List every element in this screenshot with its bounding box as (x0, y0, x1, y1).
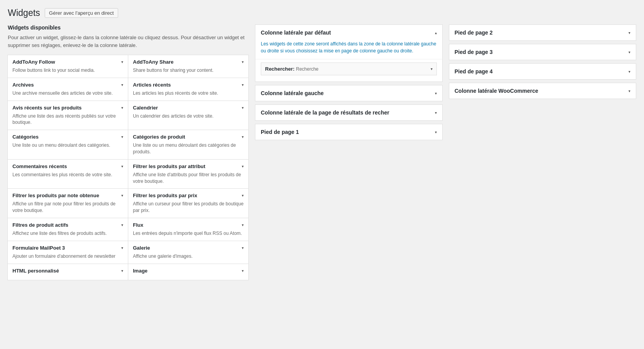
widget-item[interactable]: Image ▾ (128, 264, 249, 280)
widget-title: AddToAny Follow (12, 59, 55, 65)
zone-title: Pied de page 2 (455, 30, 493, 36)
zone-widget-label: Rechercher: (265, 66, 295, 72)
chevron-down-icon: ▾ (242, 193, 244, 198)
widget-desc: Les commentaires les plus récents de vot… (12, 172, 123, 178)
widget-desc: Affiche une liste d'attributs pour filtr… (133, 172, 244, 185)
widget-title: Formulaire MailPoet 3 (12, 245, 65, 251)
zone-panel-left-sidebar: Colonne latérale gauche ▾ (255, 85, 443, 101)
widget-title: Filtrer les produits par attribut (133, 163, 205, 169)
chevron-down-icon: ▾ (121, 164, 123, 168)
available-widgets-heading: Widgets disponibles (8, 24, 249, 31)
widget-desc: Share buttons for sharing your content. (133, 67, 244, 74)
chevron-down-icon: ▾ (121, 246, 123, 250)
zone-panel-footer-1: Pied de page 1 ▾ (255, 124, 443, 140)
zone-panel-footer-3: Pied de page 3 ▾ (449, 44, 637, 60)
widget-item[interactable]: Archives ▾ Une archive mensuelle des art… (7, 78, 128, 101)
widget-desc: Affiche une galerie d'images. (133, 253, 244, 260)
zone-panel-header-footer-3[interactable]: Pied de page 3 ▾ (449, 44, 636, 60)
widget-item[interactable]: HTML personnalisé ▾ (7, 264, 128, 280)
widget-item[interactable]: Catégories ▾ Une liste ou un menu déroul… (7, 130, 128, 160)
widget-desc: Affichez une liste des filtres de produi… (12, 230, 123, 237)
widget-item[interactable]: AddToAny Share ▾ Share buttons for shari… (128, 55, 249, 78)
chevron-down-icon: ▾ (242, 164, 244, 168)
zone-panel-default-sidebar: Colonne latérale par défaut ▴ Les widget… (255, 24, 443, 82)
chevron-down-icon: ▾ (242, 60, 244, 64)
zone-panel-header-woocommerce-sidebar[interactable]: Colonne latérale WooCommerce ▾ (449, 83, 636, 99)
zones-area: Colonne latérale par défaut ▴ Les widget… (255, 24, 636, 140)
widget-item[interactable]: AddToAny Follow ▾ Follow buttons link to… (7, 55, 128, 78)
zone-panel-header-footer-1[interactable]: Pied de page 1 ▾ (255, 124, 442, 140)
widget-item[interactable]: Filtrer les produits par note obtenue ▾ … (7, 188, 128, 218)
zone-panel-footer-2: Pied de page 2 ▾ (449, 24, 637, 41)
widget-desc: Une liste ou un menu déroulant des catég… (133, 142, 244, 155)
widget-title: Filtrer les produits par note obtenue (12, 193, 99, 198)
chevron-down-icon: ▾ (435, 91, 437, 95)
widget-title: AddToAny Share (133, 59, 174, 65)
chevron-up-icon: ▴ (435, 31, 437, 35)
widget-item[interactable]: Commentaires récents ▾ Les commentaires … (7, 159, 128, 189)
widget-item[interactable]: Articles récents ▾ Les articles les plus… (128, 78, 249, 101)
zone-panel-header-left-sidebar[interactable]: Colonne latérale gauche ▾ (255, 85, 442, 101)
chevron-down-icon: ▾ (121, 83, 123, 87)
main-layout: Widgets disponibles Pour activer un widg… (8, 24, 636, 280)
widget-desc: Les articles les plus récents de votre s… (133, 90, 244, 97)
widget-title: Commentaires récents (12, 163, 67, 169)
chevron-down-icon: ▾ (242, 223, 244, 227)
zone-panel-header-footer-2[interactable]: Pied de page 2 ▾ (449, 25, 636, 40)
page-header: Widgets Gérer avec l'aperçu en direct (8, 8, 636, 18)
widget-title: Catégories (12, 134, 38, 140)
zone-panel-header-default-sidebar[interactable]: Colonne latérale par défaut ▴ (255, 25, 442, 40)
widget-desc: Affiche un filtre par note pour filtrer … (12, 201, 123, 214)
zone-content: Rechercher: Recherche ▾ (255, 59, 442, 82)
chevron-down-icon: ▾ (242, 246, 244, 250)
zone-panel-header-search-results-sidebar[interactable]: Colonne latérale de la page de résultats… (255, 105, 442, 120)
zone-widget-row[interactable]: Rechercher: Recherche ▾ (261, 63, 437, 75)
chevron-down-icon: ▾ (121, 193, 123, 198)
widget-title: Articles récents (133, 82, 171, 88)
chevron-down-icon: ▾ (121, 135, 123, 139)
zone-panel-search-results-sidebar: Colonne latérale de la page de résultats… (255, 104, 443, 121)
widget-item[interactable]: Filtres de produit actifs ▾ Affichez une… (7, 218, 128, 241)
chevron-down-icon: ▾ (628, 69, 630, 74)
zone-title: Pied de page 4 (455, 68, 493, 75)
widgets-grid: AddToAny Follow ▾ Follow buttons link to… (8, 55, 249, 280)
widget-desc: Un calendrier des articles de votre site… (133, 113, 244, 120)
widget-item[interactable]: Flux ▾ Les entrées depuis n'importe quel… (128, 218, 249, 241)
widget-title: Catégories de produit (133, 134, 185, 140)
manage-preview-button[interactable]: Gérer avec l'aperçu en direct (45, 8, 118, 18)
widget-item[interactable]: Galerie ▾ Affiche une galerie d'images. (128, 241, 249, 264)
zone-title: Colonne latérale par défaut (261, 30, 331, 36)
widget-item[interactable]: Filtrer les produits par attribut ▾ Affi… (128, 159, 249, 189)
available-widgets-description: Pour activer un widget, glissez-le dans … (8, 34, 249, 49)
widget-item[interactable]: Formulaire MailPoet 3 ▾ Ajouter un formu… (7, 241, 128, 264)
widget-item[interactable]: Calendrier ▾ Un calendrier des articles … (128, 101, 249, 130)
zone-panel-woocommerce-sidebar: Colonne latérale WooCommerce ▾ (449, 83, 637, 99)
zone-title: Colonne latérale gauche (261, 90, 324, 96)
zones-column-1: Colonne latérale par défaut ▴ Les widget… (255, 24, 443, 140)
zone-panel-footer-4: Pied de page 4 ▾ (449, 63, 637, 80)
widget-title: Avis récents sur les produits (12, 105, 82, 111)
widget-title: Flux (133, 222, 143, 228)
chevron-down-icon: ▾ (121, 269, 123, 273)
widget-title: Archives (12, 82, 34, 88)
widget-desc: Les entrées depuis n'importe quel flux R… (133, 230, 244, 237)
widget-desc: Une archive mensuelle des articles de vo… (12, 90, 123, 97)
zone-title: Pied de page 1 (261, 129, 299, 135)
chevron-down-icon: ▾ (628, 89, 630, 93)
widget-title: Galerie (133, 245, 150, 251)
widget-item[interactable]: Catégories de produit ▾ Une liste ou un … (128, 130, 249, 160)
widget-item[interactable]: Filtrer les produits par prix ▾ Affiche … (128, 188, 249, 218)
chevron-down-icon: ▾ (121, 223, 123, 227)
widget-desc: Affiche un curseur pour filtrer les prod… (133, 201, 244, 214)
widget-title: HTML personnalisé (12, 268, 59, 274)
chevron-down-icon: ▾ (121, 106, 123, 110)
chevron-down-icon: ▾ (628, 31, 630, 35)
zone-panel-header-footer-4[interactable]: Pied de page 4 ▾ (449, 64, 636, 79)
zones-column-2: Pied de page 2 ▾ Pied de page 3 ▾ Pied d… (449, 24, 637, 140)
chevron-down-icon: ▾ (242, 135, 244, 139)
chevron-down-icon: ▾ (431, 67, 433, 71)
widget-desc: Une liste ou un menu déroulant des catég… (12, 142, 123, 149)
widget-title: Calendrier (133, 105, 158, 111)
widget-title: Filtrer les produits par prix (133, 193, 197, 198)
widget-item[interactable]: Avis récents sur les produits ▾ Affiche … (7, 101, 128, 130)
